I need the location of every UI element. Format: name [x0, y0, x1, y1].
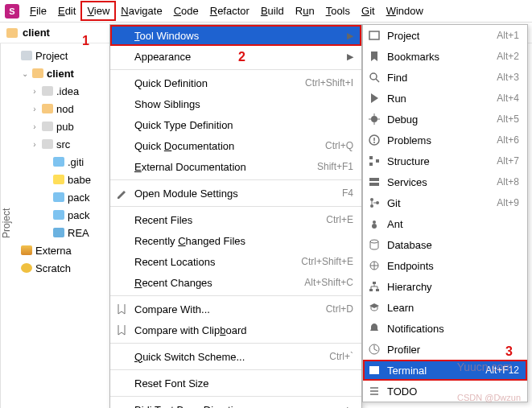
menu-item-tool-windows[interactable]: Tool Windows▶ [110, 25, 361, 46]
menu-item-external-documentation[interactable]: External DocumentationShift+F1 [110, 156, 361, 177]
blank-icon [115, 377, 128, 389]
diff-icon [115, 324, 128, 336]
menu-item-label: Notifications [387, 323, 519, 335]
menu-window[interactable]: Window [381, 2, 429, 20]
submenu-arrow-icon: ▶ [347, 52, 353, 62]
toolwin-services[interactable]: ServicesAlt+8 [363, 171, 527, 192]
external-libraries[interactable]: Externa [19, 241, 113, 259]
file-icon [42, 122, 53, 131]
tree-item[interactable]: pack [19, 206, 113, 224]
tree-item[interactable]: ›pub [19, 117, 113, 135]
toolwin-terminal[interactable]: TerminalAlt+F12 [363, 360, 527, 381]
tree-item[interactable]: REA [19, 224, 113, 241]
tree-item[interactable]: babe [19, 171, 113, 188]
shortcut: Ctrl+D [326, 303, 353, 315]
blank-icon [115, 160, 128, 173]
menu-item-label: Quick Documentation [134, 140, 319, 152]
menu-item-label: Problems [387, 134, 490, 146]
project-icon [368, 29, 381, 42]
menu-item-open-module-settings[interactable]: Open Module SettingsF4 [110, 183, 361, 204]
menu-navigate[interactable]: Navigate [115, 2, 167, 20]
toolwin-notifications[interactable]: Notifications [363, 318, 527, 339]
menu-item-quick-type-definition[interactable]: Quick Type Definition [110, 114, 361, 135]
toolwin-find[interactable]: FindAlt+3 [363, 67, 527, 88]
shortcut: Ctrl+Shift+E [301, 256, 353, 267]
menu-item-bidi-text-base-direction[interactable]: Bidi Text Base Direction▶ [110, 399, 361, 408]
toolwin-git[interactable]: GitAlt+9 [363, 192, 527, 213]
menu-git[interactable]: Git [356, 2, 381, 20]
toolwin-project[interactable]: ProjectAlt+1 [363, 25, 527, 46]
toolwin-problems[interactable]: ProblemsAlt+6 [363, 130, 527, 150]
tree-item[interactable]: ›nod [19, 100, 113, 117]
menu-item-recent-changes[interactable]: Recent ChangesAlt+Shift+C [110, 272, 361, 293]
toolwin-hierarchy[interactable]: Hierarchy [363, 276, 527, 297]
project-tool-tab[interactable]: Project [0, 43, 18, 408]
tree-root[interactable]: ⌄ client [19, 64, 113, 82]
toolwin-endpoints[interactable]: Endpoints [363, 255, 527, 276]
menu-item-reset-font-size[interactable]: Reset Font Size [110, 373, 361, 394]
git-icon [368, 196, 381, 209]
shortcut: Alt+6 [497, 134, 519, 146]
structure-icon [368, 155, 381, 167]
tree-item[interactable]: ›src [19, 135, 113, 153]
menu-item-recent-locations[interactable]: Recent LocationsCtrl+Shift+E [110, 251, 361, 272]
project-icon [21, 51, 32, 60]
shortcut: Alt+3 [497, 72, 519, 83]
menu-build[interactable]: Build [255, 2, 290, 20]
menu-file[interactable]: File [24, 2, 52, 20]
menu-item-compare-with-[interactable]: Compare With...Ctrl+D [110, 299, 361, 319]
menu-run[interactable]: Run [290, 2, 320, 20]
menu-item-label: Compare with Clipboard [134, 324, 353, 336]
chevron-icon: › [31, 140, 39, 149]
toolwin-structure[interactable]: StructureAlt+7 [363, 150, 527, 171]
scratches[interactable]: Scratch [19, 259, 113, 277]
menu-item-recent-files[interactable]: Recent FilesCtrl+E [110, 209, 361, 230]
menu-refactor[interactable]: Refactor [204, 2, 255, 20]
menu-item-label: Terminal [387, 365, 479, 377]
menu-item-label: Project [387, 30, 490, 42]
file-icon [42, 139, 53, 149]
menu-item-recently-changed-files[interactable]: Recently Changed Files [110, 230, 361, 251]
tree-item[interactable]: ›.idea [19, 82, 113, 100]
menu-item-label: Git [387, 197, 490, 209]
menu-item-quick-switch-scheme-[interactable]: Quick Switch Scheme...Ctrl+` [110, 346, 361, 367]
toolwin-ant[interactable]: Ant [363, 213, 527, 234]
menu-view[interactable]: View [81, 2, 115, 20]
menu-item-quick-definition[interactable]: Quick DefinitionCtrl+Shift+I [110, 72, 361, 93]
menu-item-label: Debug [387, 113, 490, 126]
toolwin-learn[interactable]: Learn [363, 297, 527, 318]
menu-tools[interactable]: Tools [320, 2, 356, 20]
blank-icon [115, 29, 128, 42]
toolwin-debug[interactable]: DebugAlt+5 [363, 109, 527, 130]
project-tree-header[interactable]: Project [19, 47, 113, 64]
menu-item-label: External Documentation [134, 161, 311, 173]
blank-icon [115, 76, 128, 89]
tree-item[interactable]: .giti [19, 153, 113, 171]
scratch-icon [21, 263, 32, 273]
menu-item-label: Hierarchy [387, 281, 519, 293]
folder-icon [32, 68, 43, 78]
toolwin-bookmarks[interactable]: BookmarksAlt+2 [363, 46, 527, 67]
menu-item-compare-with-clipboard[interactable]: Compare with Clipboard [110, 319, 361, 340]
menu-item-show-siblings[interactable]: Show Siblings [110, 93, 361, 114]
blank-icon [115, 139, 128, 152]
tree-item-label: .giti [68, 156, 84, 168]
menu-item-label: Show Siblings [134, 98, 353, 110]
toolwin-todo[interactable]: TODO [363, 381, 527, 402]
terminal-icon [368, 364, 381, 377]
menu-item-appearance[interactable]: Appearance▶ [110, 46, 361, 67]
file-icon [42, 86, 53, 96]
menu-code[interactable]: Code [168, 2, 204, 20]
menu-item-label: Tool Windows [134, 30, 340, 42]
debug-icon [368, 113, 381, 126]
toolwin-database[interactable]: Database [363, 234, 527, 255]
file-icon [53, 175, 64, 184]
toolwin-profiler[interactable]: Profiler [363, 339, 527, 360]
menu-edit[interactable]: Edit [52, 2, 81, 20]
menu-item-quick-documentation[interactable]: Quick DocumentationCtrl+Q [110, 135, 361, 156]
run-icon [368, 92, 381, 105]
todo-icon [368, 385, 381, 398]
toolwin-run[interactable]: RunAlt+4 [363, 88, 527, 109]
tree-item-label: REA [68, 227, 89, 239]
tree-item[interactable]: pack [19, 188, 113, 206]
